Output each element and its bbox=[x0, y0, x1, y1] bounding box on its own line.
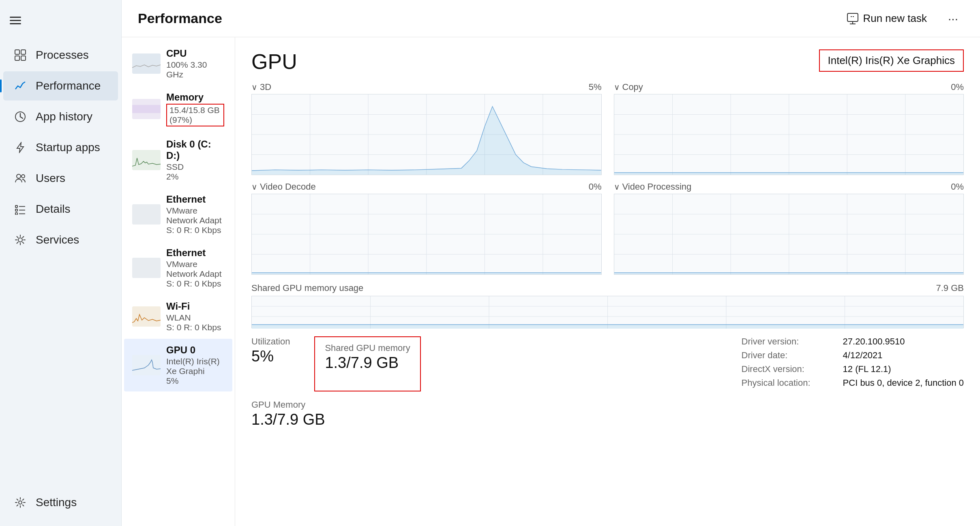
svg-point-17 bbox=[18, 238, 22, 242]
device-item-ethernet1[interactable]: Ethernet VMware Network Adapt S: 0 R: 0 … bbox=[124, 188, 232, 241]
sidebar-item-users[interactable]: Users bbox=[3, 164, 118, 193]
sidebar-item-settings[interactable]: Settings bbox=[3, 488, 118, 517]
chart-copy-label-left: ∨ Copy bbox=[614, 82, 643, 92]
more-options-button[interactable]: ··· bbox=[942, 9, 964, 28]
shared-gpu-mem-label: Shared GPU memory bbox=[325, 343, 410, 353]
sidebar-item-services[interactable]: Services bbox=[3, 225, 118, 254]
svg-rect-3 bbox=[15, 50, 19, 54]
gpu0-sub2: 5% bbox=[166, 376, 224, 386]
ethernet2-sub1: VMware Network Adapt bbox=[166, 259, 224, 279]
top-chart-row: ∨ 3D 5% bbox=[251, 82, 964, 175]
sidebar-item-startup-apps[interactable]: Startup apps bbox=[3, 133, 118, 162]
clock-icon bbox=[13, 109, 28, 124]
sidebar-services-label: Services bbox=[36, 233, 79, 246]
gear-icon bbox=[13, 495, 28, 510]
svg-rect-23 bbox=[132, 53, 161, 74]
chart-3d-label-left: ∨ 3D bbox=[251, 82, 271, 92]
disk-sub1: SSD bbox=[166, 162, 224, 172]
gpu-info-block: Driver version: 27.20.100.9510 Driver da… bbox=[742, 336, 964, 391]
ethernet1-name: Ethernet bbox=[166, 194, 224, 205]
device-item-ethernet2[interactable]: Ethernet VMware Network Adapt S: 0 R: 0 … bbox=[124, 242, 232, 294]
ethernet2-sub2: S: 0 R: 0 Kbps bbox=[166, 279, 224, 289]
hamburger-menu[interactable] bbox=[0, 8, 121, 40]
chart-icon bbox=[13, 79, 28, 93]
svg-rect-19 bbox=[847, 13, 858, 21]
ethernet2-name: Ethernet bbox=[166, 247, 224, 259]
wifi-name: Wi-Fi bbox=[166, 301, 224, 312]
run-new-task-button[interactable]: Run new task bbox=[841, 9, 933, 28]
sidebar-item-details[interactable]: Details bbox=[3, 195, 118, 224]
svg-rect-11 bbox=[15, 205, 17, 207]
main-content: Performance Run new task ··· bbox=[122, 0, 980, 526]
chart-3d-container bbox=[251, 94, 602, 175]
utilization-stat: Utilization 5% bbox=[251, 336, 290, 391]
page-header: Performance Run new task ··· bbox=[122, 0, 980, 37]
device-item-wifi[interactable]: Wi-Fi WLAN S: 0 R: 0 Kbps bbox=[124, 295, 232, 338]
driver-date-row: Driver date: 4/12/2021 bbox=[742, 350, 964, 361]
svg-rect-25 bbox=[132, 105, 161, 113]
sidebar-settings-label: Settings bbox=[36, 496, 77, 509]
directx-row: DirectX version: 12 (FL 12.1) bbox=[742, 364, 964, 374]
sidebar-app-history-label: App history bbox=[36, 110, 92, 123]
svg-rect-28 bbox=[132, 258, 161, 278]
grid-icon bbox=[13, 48, 28, 62]
svg-rect-2 bbox=[10, 23, 21, 24]
device-item-gpu0[interactable]: GPU 0 Intel(R) Iris(R) Xe Graphi 5% bbox=[124, 339, 232, 391]
device-item-disk[interactable]: Disk 0 (C: D:) SSD 2% bbox=[124, 133, 232, 187]
shared-gpu-mem-value: 1.3/7.9 GB bbox=[325, 354, 410, 372]
top-charts-section: ∨ 3D 5% bbox=[251, 82, 964, 175]
chevron-3d-icon: ∨ bbox=[251, 82, 257, 92]
sidebar-startup-label: Startup apps bbox=[36, 141, 100, 154]
disk-name: Disk 0 (C: D:) bbox=[166, 139, 224, 161]
chart-vd-label: Video Decode bbox=[260, 182, 316, 192]
sidebar-item-performance[interactable]: Performance bbox=[3, 71, 118, 100]
chart-videodecode-block: ∨ Video Decode 0% bbox=[251, 182, 602, 275]
device-item-memory[interactable]: Memory 15.4/15.8 GB (97%) bbox=[124, 86, 232, 132]
chart-vd-pct: 0% bbox=[589, 182, 602, 192]
sidebar-item-app-history[interactable]: App history bbox=[3, 102, 118, 131]
memory-sub: 15.4/15.8 GB (97%) bbox=[166, 104, 224, 126]
utilization-label: Utilization bbox=[251, 336, 290, 347]
chart-vp-label-left: ∨ Video Processing bbox=[614, 182, 692, 192]
svg-rect-5 bbox=[15, 56, 19, 60]
header-actions: Run new task ··· bbox=[841, 9, 964, 28]
run-new-task-label: Run new task bbox=[863, 12, 927, 25]
chart-vp-container bbox=[614, 194, 964, 275]
directx-value: 12 (FL 12.1) bbox=[843, 364, 891, 374]
disk-thumbnail bbox=[132, 150, 161, 170]
chart-vd-label-row: ∨ Video Decode 0% bbox=[251, 182, 602, 192]
wifi-thumbnail bbox=[132, 306, 161, 327]
ethernet1-sub1: VMware Network Adapt bbox=[166, 206, 224, 225]
users-icon bbox=[13, 171, 28, 186]
svg-point-9 bbox=[17, 174, 21, 178]
gpu-title: GPU bbox=[251, 49, 297, 74]
shared-memory-section: Shared GPU memory usage 7.9 GB bbox=[251, 283, 964, 428]
sidebar-item-processes[interactable]: Processes bbox=[3, 41, 118, 70]
chevron-vd-icon: ∨ bbox=[251, 182, 257, 192]
page-title: Performance bbox=[138, 11, 222, 26]
chart-vd-container bbox=[251, 194, 602, 275]
gpu-adapter-name: Intel(R) Iris(R) Xe Graphics bbox=[828, 54, 955, 66]
svg-marker-75 bbox=[252, 325, 963, 329]
device-list: CPU 100% 3.30 GHz Memory 15.4/15.8 GB (9… bbox=[122, 37, 235, 526]
gpu-adapter-box: Intel(R) Iris(R) Xe Graphics bbox=[819, 49, 964, 72]
svg-rect-4 bbox=[21, 50, 26, 54]
svg-rect-27 bbox=[132, 204, 161, 225]
lightning-icon bbox=[13, 140, 28, 155]
physical-loc-value: PCI bus 0, device 2, function 0 bbox=[843, 378, 964, 388]
svg-rect-13 bbox=[15, 209, 17, 211]
gpu-memory-stat-block: GPU Memory 1.3/7.9 GB bbox=[251, 400, 964, 428]
utilization-value: 5% bbox=[251, 348, 290, 365]
chart-vp-pct: 0% bbox=[951, 182, 964, 192]
chart-3d-pct: 5% bbox=[589, 82, 602, 92]
sidebar-users-label: Users bbox=[36, 172, 65, 185]
gpu-memory-label: GPU Memory bbox=[251, 400, 964, 410]
physical-loc-label: Physical location: bbox=[742, 378, 831, 388]
sidebar-details-label: Details bbox=[36, 203, 71, 216]
gpu0-thumbnail bbox=[132, 355, 161, 375]
svg-point-18 bbox=[19, 501, 22, 504]
cpu-info: CPU 100% 3.30 GHz bbox=[166, 48, 224, 79]
device-item-cpu[interactable]: CPU 100% 3.30 GHz bbox=[124, 42, 232, 85]
svg-point-10 bbox=[21, 175, 25, 178]
cpu-thumbnail bbox=[132, 53, 161, 74]
